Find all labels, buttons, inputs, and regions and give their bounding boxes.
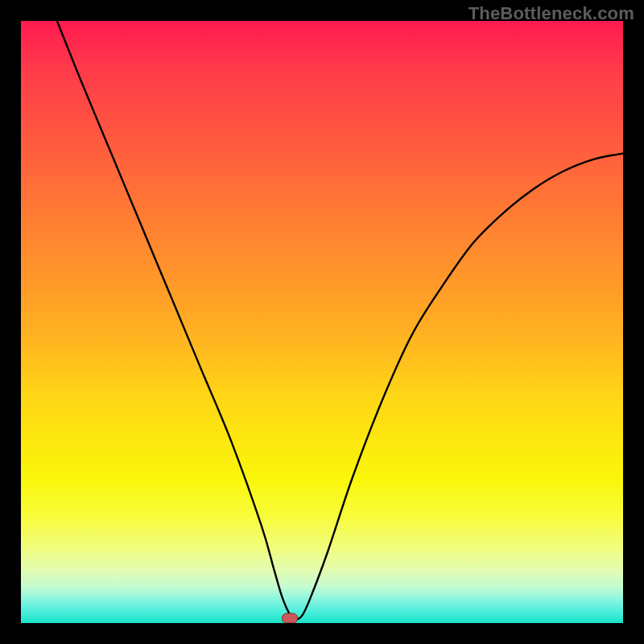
plot-area bbox=[21, 21, 623, 623]
watermark-text: TheBottleneck.com bbox=[469, 3, 634, 24]
chart-frame: TheBottleneck.com bbox=[0, 0, 644, 644]
minimum-marker bbox=[282, 613, 298, 623]
bottleneck-curve bbox=[21, 21, 623, 623]
